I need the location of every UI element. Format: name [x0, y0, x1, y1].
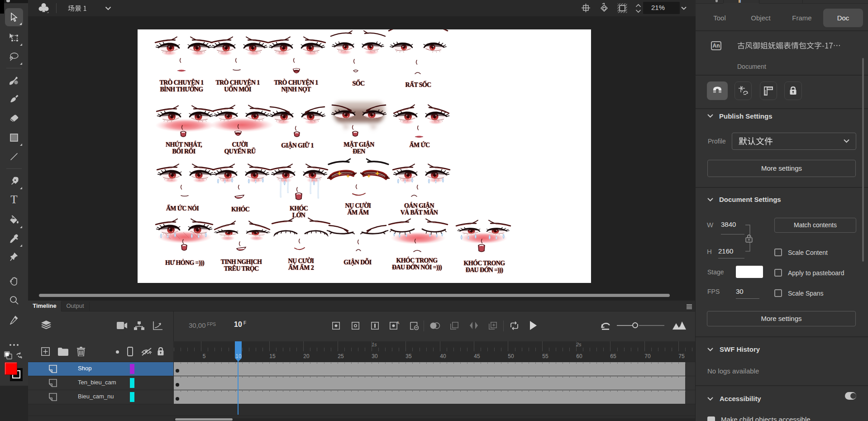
svg-text:A: A — [396, 321, 400, 325]
